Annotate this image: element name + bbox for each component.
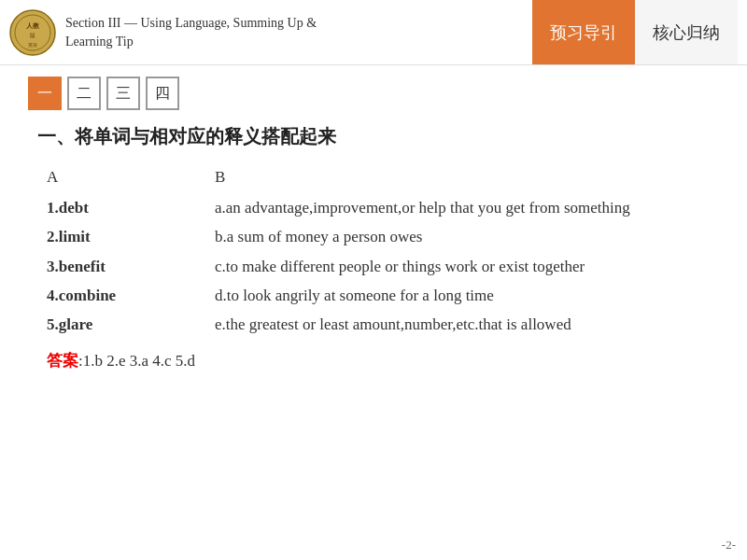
answer-text: :1.b 2.e 3.a 4.c 5.d [78, 352, 195, 370]
page-number: -2- [722, 538, 736, 553]
tab-3[interactable]: 三 [106, 77, 140, 110]
nav-btn-summary[interactable]: 核心归纳 [635, 0, 738, 64]
svg-text:版: 版 [30, 33, 35, 38]
vocab-item-3: 3.benefit c.to make different people or … [37, 254, 710, 279]
tab-4[interactable]: 四 [146, 77, 179, 110]
col-b-header: B [215, 164, 710, 189]
nav-buttons: 预习导引 核心归纳 [532, 0, 738, 64]
vocab-word-5: 5.glare [47, 312, 215, 337]
tab-1[interactable]: 一 [28, 77, 62, 110]
vocab-word-1: 1.debt [47, 195, 215, 220]
main-content: 一、将单词与相对应的释义搭配起来 A B 1.debt a.an advanta… [0, 121, 747, 383]
header: 人教 版 英语 Section III — Using Language, Su… [0, 0, 747, 65]
vocab-item-2: 2.limit b.a sum of money a person owes [37, 224, 710, 249]
vocab-word-3: 3.benefit [47, 254, 215, 279]
svg-text:英语: 英语 [28, 42, 37, 48]
answer-label: 答案 [47, 352, 78, 370]
vocab-def-1: a.an advantage,improvement,or help that … [215, 195, 710, 220]
ab-header-row: A B [37, 164, 710, 189]
vocab-def-4: d.to look angrily at someone for a long … [215, 283, 710, 308]
vocab-word-2: 2.limit [47, 224, 215, 249]
logo: 人教 版 英语 [9, 9, 56, 56]
tab-2[interactable]: 二 [67, 77, 101, 110]
vocab-word-4: 4.combine [47, 283, 215, 308]
vocab-item-4: 4.combine d.to look angrily at someone f… [37, 283, 710, 308]
nav-btn-preview[interactable]: 预习导引 [532, 0, 635, 64]
vocab-def-2: b.a sum of money a person owes [215, 224, 710, 249]
vocab-item-5: 5.glare e.the greatest or least amount,n… [37, 312, 710, 337]
header-title-line1: Section III — Using Language, Summing Up… [65, 14, 532, 33]
col-a-header: A [47, 164, 215, 189]
vocab-def-5: e.the greatest or least amount,number,et… [215, 312, 710, 337]
section-title: 一、将单词与相对应的释义搭配起来 [37, 121, 710, 151]
vocab-def-3: c.to make different people or things wor… [215, 254, 710, 279]
vocab-item-1: 1.debt a.an advantage,improvement,or hel… [37, 195, 710, 220]
tab-row: 一 二 三 四 [0, 65, 747, 121]
header-title: Section III — Using Language, Summing Up… [65, 14, 532, 50]
header-title-line2: Learning Tip [65, 33, 532, 51]
svg-text:人教: 人教 [25, 22, 40, 30]
answer-line: 答案:1.b 2.e 3.a 4.c 5.d [37, 348, 710, 373]
